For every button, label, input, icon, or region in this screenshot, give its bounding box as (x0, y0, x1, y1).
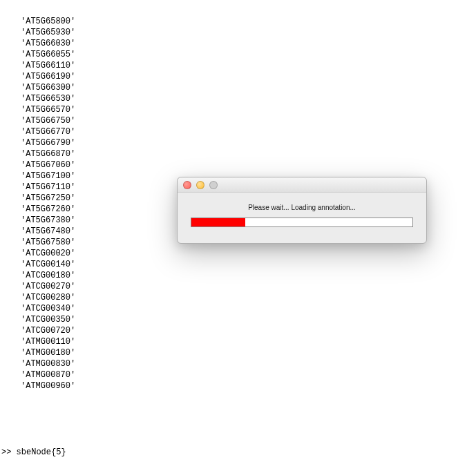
maximize-icon (209, 181, 218, 189)
list-item: 'AT5G65930' (1, 27, 475, 38)
progress-bar (191, 218, 413, 227)
minimize-icon[interactable] (196, 181, 204, 189)
list-item: 'ATCG00140' (1, 259, 475, 270)
list-item: 'ATMG00960' (1, 380, 475, 392)
list-item: 'AT5G66570' (1, 104, 475, 115)
list-item: 'ATMG00830' (1, 358, 475, 369)
list-item: 'AT5G66750' (1, 115, 475, 126)
list-item: 'ATCG00280' (1, 292, 475, 303)
list-item: 'ATCG00720' (1, 325, 475, 336)
dialog-body: Please wait... Loading annotation... (178, 193, 426, 237)
list-item: 'AT5G66030' (1, 38, 475, 49)
list-item: 'ATMG00870' (1, 369, 475, 380)
list-item: 'ATMG00110' (1, 336, 475, 347)
close-icon[interactable] (183, 181, 191, 189)
list-item: 'AT5G66055' (1, 49, 475, 60)
progress-fill (191, 218, 245, 226)
list-item: 'AT5G66300' (1, 82, 475, 93)
list-item: 'AT5G66790' (1, 137, 475, 148)
list-item: 'ATMG00180' (1, 347, 475, 358)
dialog-message: Please wait... Loading annotation... (248, 202, 356, 213)
list-item: 'AT5G66190' (1, 71, 475, 82)
list-item: 'ATCG00340' (1, 303, 475, 314)
list-item: 'ATCG00270' (1, 281, 475, 292)
cmd-sbenode: >> sbeNode{5} (1, 447, 475, 458)
list-item: 'AT5G66530' (1, 93, 475, 104)
list-item: 'AT5G66770' (1, 126, 475, 137)
list-item: 'AT5G67060' (1, 160, 475, 171)
blank (1, 414, 475, 425)
dialog-titlebar[interactable] (178, 177, 426, 193)
progress-dialog: Please wait... Loading annotation... (177, 177, 427, 244)
list-item: 'ATCG00020' (1, 248, 475, 259)
list-item: 'AT5G65800' (1, 16, 475, 27)
list-item: 'ATCG00350' (1, 314, 475, 325)
list-item: 'AT5G66110' (1, 60, 475, 71)
list-item: 'AT5G66870' (1, 148, 475, 160)
list-item: 'ATCG00180' (1, 270, 475, 281)
